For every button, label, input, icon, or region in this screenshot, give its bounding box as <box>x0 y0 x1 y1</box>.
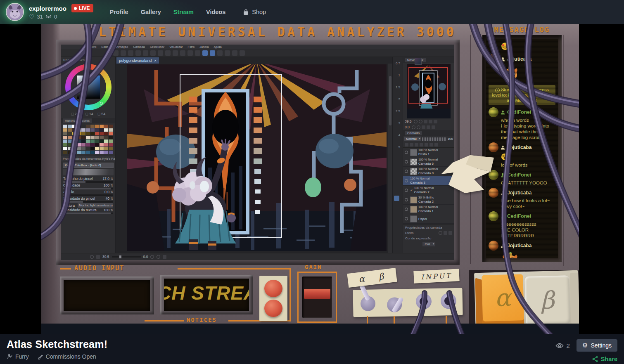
color-swatch <box>81 128 85 132</box>
navigator-view-rect <box>408 67 448 104</box>
color-swatch <box>109 147 113 150</box>
chat-message: Jojuticaba I like how it looks a lot~ ve… <box>489 188 555 209</box>
color-swatch <box>81 139 85 143</box>
switch-lever <box>359 284 370 301</box>
color-swatch <box>68 147 72 150</box>
machine-seam <box>470 35 471 264</box>
chat-avatar <box>489 142 498 152</box>
color-swatch <box>81 136 85 139</box>
stream-info-bar: Atlas Sketchstream! Furry Commissions Op… <box>0 334 624 364</box>
heart-count: 31 <box>37 14 43 20</box>
color-swatch <box>86 136 90 139</box>
color-swatch <box>104 125 108 128</box>
streamer-stats: ♡ 31 0 <box>29 14 93 20</box>
marquee-text: CH STREA <box>164 282 249 304</box>
color-swatch <box>104 132 108 135</box>
stream-title: Atlas Sketchstream! <box>7 338 617 350</box>
share-button[interactable]: Share <box>592 356 617 362</box>
gain-label: GAIN <box>305 264 322 270</box>
settings-button[interactable]: ⚙ Settings <box>577 339 617 352</box>
color-values: ◻210 ◻14 ◻54 <box>61 112 115 116</box>
zoom-slider <box>112 256 141 258</box>
jojuticaba-emote-icon <box>501 251 519 258</box>
switch-panel <box>353 288 463 317</box>
person-icon <box>501 145 505 150</box>
brush-tag-icon <box>37 354 43 359</box>
menu-item: Ajuda <box>214 45 221 49</box>
audio-input-label: AUDIO INPUT <box>74 265 124 272</box>
chat-log: Jojuticaba <box>489 42 555 255</box>
color-swatch <box>63 147 67 150</box>
surprised-emoji-icon <box>501 153 508 161</box>
message-log-panel: Jojuticaba <box>486 39 558 258</box>
color-swatch <box>72 151 76 154</box>
menu-item: Arquivo <box>86 45 96 49</box>
tag-furry[interactable]: Furry <box>7 353 29 360</box>
hue-indicator <box>100 102 103 105</box>
paint-menubar: Arquivo Editar Animação Camada Seleciona… <box>61 45 454 49</box>
color-swatch <box>72 132 76 135</box>
chat-message: CediFonei yeeeeeeeesssss THE COLOR FILTE… <box>489 211 555 239</box>
nav-profile[interactable]: Profile <box>110 9 128 15</box>
machine-title: ULTIMATE UNIVERSAL DATA ANALYZER 3000 <box>58 24 487 39</box>
streamer-avatar[interactable] <box>6 3 24 21</box>
support-hands-icon <box>45 14 52 19</box>
menu-item: Selecionar <box>150 45 164 49</box>
nav-shop[interactable]: Shop <box>243 9 266 15</box>
nav-gallery[interactable]: Gallery <box>141 9 161 15</box>
canvas-tab-bar: polygondwanaland × <box>116 57 392 64</box>
color-swatch <box>95 151 99 154</box>
texture-row: Textura Mor inc light seamless small <box>61 203 115 208</box>
chat-system-message: iStreamer has set access level to: Follo… <box>489 85 555 105</box>
stream-video[interactable]: ULTIMATE UNIVERSAL DATA ANALYZER 3000 ME… <box>41 24 579 334</box>
person-icon <box>501 191 505 195</box>
viewer-count: 2 <box>555 342 570 349</box>
canvas-ruler: 0.71 1.52 2.53 45 <box>392 57 403 253</box>
color-swatch <box>86 151 90 154</box>
slider-texture-density: Densidade da textura 100 ⇅ <box>61 208 115 214</box>
color-swatch <box>72 143 76 147</box>
avatar-art <box>7 4 23 20</box>
chat-message: Jojuticaba <box>489 54 555 83</box>
color-swatch <box>95 128 99 132</box>
color-swatch <box>86 139 90 143</box>
info-icon: i <box>495 88 500 92</box>
token-count: 0 <box>54 14 57 20</box>
brush-stroke-preview <box>63 169 114 175</box>
navigator-tab: Navegador <box>403 57 454 63</box>
expression-color-select: Cor <box>422 242 435 246</box>
color-swatch <box>90 136 95 139</box>
chat-message: Jojuticaba <box>489 241 555 258</box>
color-swatch <box>63 128 67 132</box>
nav-videos[interactable]: Videos <box>206 9 225 15</box>
chat-avatar <box>489 54 498 64</box>
color-swatch <box>100 136 104 139</box>
color-swatch <box>90 125 95 128</box>
person-icon <box>501 214 505 219</box>
color-swatch <box>109 151 113 154</box>
menu-item: Janela <box>199 45 209 49</box>
page: explorermoo LIVE ♡ 31 0 Profile Gallery … <box>0 0 624 364</box>
color-swatch <box>77 143 81 147</box>
nav-stream[interactable]: Stream <box>173 9 194 15</box>
share-icon <box>592 356 598 362</box>
tag-commissions[interactable]: Commissions Open <box>37 353 96 360</box>
layers-tab: Camada <box>403 130 454 136</box>
color-swatch <box>81 132 85 135</box>
color-swatch <box>86 143 90 147</box>
furry-tag-icon <box>7 354 13 359</box>
tape-input: INPUT <box>413 269 459 284</box>
color-swatch <box>104 136 108 139</box>
shop-bag-icon <box>243 9 249 15</box>
streamer-identity: explorermoo LIVE ♡ 31 0 <box>29 4 93 20</box>
color-swatch <box>63 143 67 147</box>
blend-mode-row: Normal 100 <box>403 136 454 142</box>
red-button <box>264 300 282 317</box>
chat-message: Jojuticaba lots of words <box>489 142 555 168</box>
color-swatch <box>68 139 72 143</box>
color-swatch <box>77 151 81 154</box>
color-swatch <box>100 151 104 154</box>
color-swatch <box>86 147 90 150</box>
alpha-key: α <box>475 274 524 330</box>
color-swatch <box>86 125 90 128</box>
